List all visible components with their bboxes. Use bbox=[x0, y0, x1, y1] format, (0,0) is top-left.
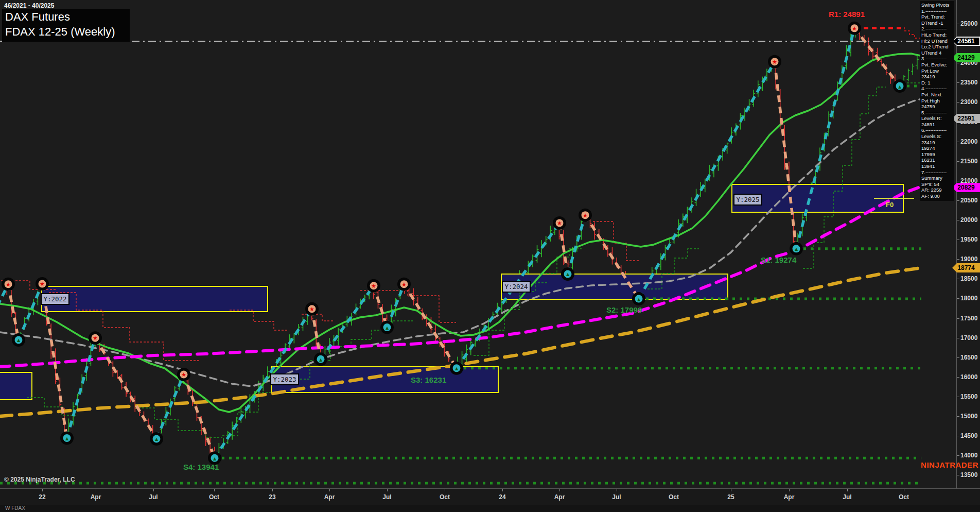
swing-low-marker[interactable]: ▲ bbox=[12, 333, 25, 347]
time-tick bbox=[42, 489, 43, 491]
svg-text:★: ★ bbox=[40, 281, 45, 287]
swing-panel-line: Lo:2 UTrend bbox=[921, 44, 954, 50]
swing-high-marker[interactable]: ★ bbox=[2, 278, 15, 291]
swing-high-marker[interactable]: ★ bbox=[848, 22, 861, 35]
time-tick bbox=[559, 489, 560, 491]
swing-low-marker[interactable]: ▲ bbox=[561, 267, 574, 281]
chart-annotation-label: S1: 19274 bbox=[761, 255, 797, 264]
price-tick-label: 21500 bbox=[960, 158, 977, 165]
price-tick-label: 23500 bbox=[960, 79, 977, 86]
swing-panel-line: 5.------------- bbox=[921, 110, 954, 116]
time-tick bbox=[904, 489, 904, 491]
swing-panel-line: 23419 bbox=[921, 140, 954, 146]
time-tick-label: 22 bbox=[39, 493, 45, 501]
swing-low-marker[interactable]: ▲ bbox=[150, 432, 163, 446]
ninjatrader-logo: NINJATRADER bbox=[921, 460, 978, 469]
swing-low-marker[interactable]: ▲ bbox=[380, 321, 394, 334]
chart-annotation-label: R1: 24891 bbox=[829, 10, 865, 19]
price-tick-label: 15500 bbox=[960, 393, 977, 400]
swing-high-marker[interactable]: ★ bbox=[177, 368, 190, 381]
trailing-step-line bbox=[230, 310, 289, 330]
time-axis[interactable]: 22AprJulOct23AprJulOct24AprJulOct25AprJu… bbox=[0, 488, 980, 505]
time-tick-label: Apr bbox=[324, 493, 335, 501]
swing-panel-line: Summary bbox=[921, 175, 954, 181]
svg-text:▲: ▲ bbox=[898, 84, 902, 89]
time-tick-label: Jul bbox=[382, 493, 391, 501]
swing-low-marker[interactable]: ▲ bbox=[450, 362, 463, 375]
swing-low-marker[interactable]: ▲ bbox=[314, 352, 327, 366]
price-tick-label: 20500 bbox=[960, 197, 977, 204]
svg-text:★: ★ bbox=[583, 212, 588, 219]
swing-low-marker[interactable]: ▲ bbox=[60, 431, 74, 445]
price-axis[interactable]: 2500024500240002350023000225002200021500… bbox=[956, 0, 980, 488]
svg-text:Y:2022: Y:2022 bbox=[43, 295, 66, 303]
swing-panel-line: 24891 bbox=[921, 122, 954, 128]
swing-panel-line: D: 1 bbox=[921, 80, 954, 86]
swing-panel-line: Levels R: bbox=[921, 115, 954, 122]
swing-high-marker[interactable]: ★ bbox=[768, 55, 781, 69]
price-tick bbox=[957, 455, 959, 456]
time-tick bbox=[329, 489, 330, 491]
year-chip[interactable]: Y:2024 bbox=[502, 281, 530, 292]
price-chart-canvas[interactable]: ★▲★▲★▲★▲★▲★▲★▲★▲★▲★▲★▲Y:2022Y:2023Y:2024… bbox=[0, 0, 956, 488]
svg-text:★: ★ bbox=[309, 306, 314, 313]
time-tick-label: Oct bbox=[899, 493, 909, 501]
year-chip[interactable]: Y:2025 bbox=[734, 194, 762, 205]
swing-high-marker[interactable]: ★ bbox=[397, 278, 411, 291]
price-tick-label: 14500 bbox=[960, 432, 977, 439]
price-tick-label: 13500 bbox=[960, 471, 977, 479]
swing-panel-line: Pvt Low bbox=[921, 68, 954, 74]
swing-high-marker[interactable]: ★ bbox=[579, 209, 592, 222]
svg-text:▲: ▲ bbox=[455, 366, 459, 371]
price-tick-label: 23000 bbox=[960, 98, 977, 106]
swing-high-marker[interactable]: ★ bbox=[305, 302, 319, 316]
time-tick-label: 24 bbox=[499, 493, 505, 501]
price-badge-24129: 24129 bbox=[952, 53, 980, 62]
svg-text:▲: ▲ bbox=[213, 456, 217, 461]
price-tick-label: 17000 bbox=[960, 334, 977, 342]
svg-text:★: ★ bbox=[401, 281, 407, 288]
instrument-name: DAX Futures bbox=[5, 10, 127, 24]
swing-panel-line: AF: 9.00 bbox=[921, 193, 954, 199]
swing-panel-line: 24759 bbox=[921, 104, 954, 110]
swing-pivots-panel: Swing Pivots1.-------------Pvt. Trend:DT… bbox=[920, 1, 954, 201]
svg-text:★: ★ bbox=[371, 283, 376, 289]
svg-text:★: ★ bbox=[6, 281, 11, 288]
tab-w-fdax[interactable]: W FDAX bbox=[5, 505, 25, 511]
swing-zigzag bbox=[0, 28, 900, 458]
swing-panel-line: 19274 bbox=[921, 145, 954, 151]
svg-text:★: ★ bbox=[181, 371, 186, 378]
swing-panel-line: DTrend -1 bbox=[921, 20, 954, 26]
swing-high-marker[interactable]: ★ bbox=[36, 277, 49, 291]
swing-panel-line: Hi:2 UTrend bbox=[921, 38, 954, 44]
swing-panel-line: Pvt. Evolve: bbox=[921, 62, 954, 68]
swing-panel-line: Levels S: bbox=[921, 133, 954, 140]
svg-text:▲: ▲ bbox=[637, 297, 641, 302]
year-chip[interactable]: Y:2023 bbox=[271, 374, 299, 385]
swing-high-marker[interactable]: ★ bbox=[367, 279, 380, 293]
swing-high-marker[interactable]: ★ bbox=[553, 216, 566, 230]
swing-panel-line: UTrend 4 bbox=[921, 50, 954, 56]
price-tick bbox=[957, 161, 959, 162]
time-tick bbox=[789, 489, 790, 491]
year-chip[interactable]: Y:2022 bbox=[41, 294, 69, 304]
price-tick bbox=[957, 436, 959, 436]
time-tick-label: 25 bbox=[727, 493, 734, 501]
swing-panel-line: 1.------------- bbox=[921, 8, 954, 14]
swing-low-marker[interactable]: ▲ bbox=[893, 79, 906, 93]
swing-low-marker[interactable]: ▲ bbox=[632, 292, 645, 305]
swing-low-marker[interactable]: ▲ bbox=[790, 242, 803, 255]
chart-annotation-label: S2: 17999 bbox=[606, 305, 642, 314]
swing-panel-line: 2.------------- bbox=[921, 26, 954, 32]
time-tick bbox=[272, 489, 273, 491]
time-tick-label: Apr bbox=[554, 493, 565, 501]
time-tick-label: Jul bbox=[843, 493, 851, 501]
swing-panel-line: Pvt. Next: bbox=[921, 92, 954, 98]
swing-panel-line: 7.------------- bbox=[921, 169, 954, 176]
svg-text:★: ★ bbox=[852, 25, 857, 32]
price-tick-label: 19000 bbox=[960, 255, 977, 263]
swing-high-marker[interactable]: ★ bbox=[89, 331, 102, 345]
price-tick bbox=[957, 24, 959, 24]
plot-layers: ★▲★▲★▲★▲★▲★▲★▲★▲★▲★▲★▲Y:2022Y:2023Y:2024… bbox=[0, 10, 921, 483]
svg-text:Y:2023: Y:2023 bbox=[273, 376, 296, 383]
